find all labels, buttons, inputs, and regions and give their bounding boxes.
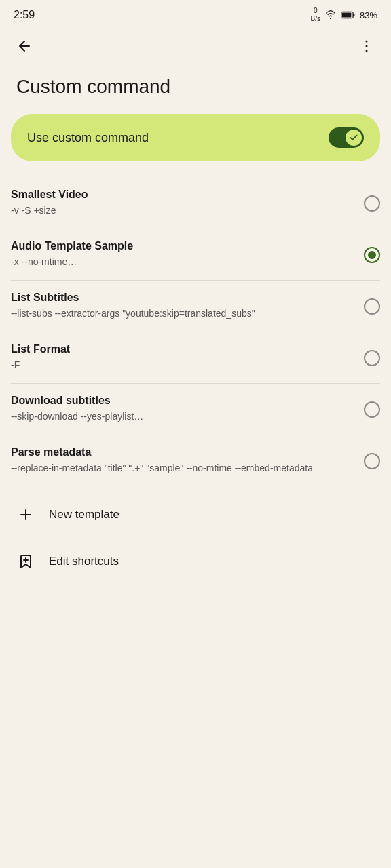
- template-name: Audio Template Sample: [11, 240, 333, 252]
- template-name: Parse metadata: [11, 446, 333, 458]
- radio-inner: [368, 251, 376, 259]
- action-section: New template Edit shortcuts: [0, 486, 391, 590]
- template-radio-area[interactable]: [356, 446, 380, 475]
- template-cmd: -x --no-mtime…: [11, 255, 333, 269]
- more-vertical-icon: [358, 38, 375, 54]
- back-arrow-icon: [16, 38, 33, 54]
- template-radio-area[interactable]: [356, 189, 380, 218]
- radio-circle: [364, 298, 380, 315]
- new-template-label: New template: [49, 508, 119, 521]
- template-item-list-subtitles[interactable]: List Subtitles --list-subs --extractor-a…: [11, 281, 380, 332]
- template-cmd: -F: [11, 358, 333, 372]
- status-bar: 2:59 0B/s 83%: [0, 0, 391, 27]
- template-item-download-subtitles[interactable]: Download subtitles --skip-download --yes…: [11, 384, 380, 435]
- radio-circle: [364, 401, 380, 418]
- wifi-icon: [324, 9, 337, 20]
- top-navigation: [0, 27, 391, 65]
- template-divider: [350, 292, 350, 321]
- template-content: Download subtitles --skip-download --yes…: [11, 395, 344, 424]
- template-divider: [350, 395, 350, 424]
- template-radio-area[interactable]: [356, 240, 380, 269]
- template-cmd: -v -S +size: [11, 203, 333, 218]
- toggle-label: Use custom command: [27, 131, 149, 145]
- template-item-smallest-video[interactable]: Smallest Video -v -S +size: [11, 178, 380, 229]
- toggle-thumb: [346, 130, 362, 146]
- status-data: 0B/s: [311, 7, 320, 23]
- template-name: List Format: [11, 343, 333, 355]
- template-content: List Subtitles --list-subs --extractor-a…: [11, 292, 344, 321]
- template-name: Download subtitles: [11, 395, 333, 407]
- use-custom-command-toggle-row[interactable]: Use custom command: [11, 114, 380, 161]
- template-name: Smallest Video: [11, 189, 333, 201]
- template-content: Parse metadata --replace-in-metadata "ti…: [11, 446, 344, 475]
- template-divider: [350, 343, 350, 372]
- toggle-switch[interactable]: [329, 127, 364, 148]
- svg-point-4: [366, 45, 368, 47]
- template-cmd: --list-subs --extractor-args "youtube:sk…: [11, 307, 333, 321]
- plus-icon: [16, 505, 35, 524]
- radio-circle-selected: [364, 247, 380, 263]
- svg-point-3: [366, 41, 368, 43]
- template-list: Smallest Video -v -S +size Audio Templat…: [0, 178, 391, 486]
- edit-shortcuts-row[interactable]: Edit shortcuts: [11, 538, 380, 585]
- page-title: Custom command: [0, 65, 391, 114]
- template-content: Smallest Video -v -S +size: [11, 189, 344, 218]
- radio-circle: [364, 195, 380, 212]
- template-cmd: --replace-in-metadata "title" ".+" "samp…: [11, 461, 333, 475]
- template-item-audio-template[interactable]: Audio Template Sample -x --no-mtime…: [11, 229, 380, 281]
- new-template-row[interactable]: New template: [11, 492, 380, 538]
- back-button[interactable]: [11, 33, 38, 60]
- template-cmd: --skip-download --yes-playlist…: [11, 410, 333, 424]
- svg-point-5: [366, 50, 368, 52]
- status-time: 2:59: [14, 9, 35, 21]
- template-radio-area[interactable]: [356, 343, 380, 372]
- edit-shortcuts-label: Edit shortcuts: [49, 555, 119, 568]
- bookmark-plus-icon: [16, 552, 35, 571]
- radio-circle: [364, 350, 380, 366]
- template-divider: [350, 446, 350, 475]
- template-item-list-format[interactable]: List Format -F: [11, 332, 380, 384]
- template-content: List Format -F: [11, 343, 344, 372]
- status-icons: 0B/s 83%: [311, 7, 377, 23]
- check-icon: [349, 133, 358, 142]
- more-options-button[interactable]: [353, 33, 380, 60]
- template-radio-area[interactable]: [356, 292, 380, 321]
- template-divider: [350, 240, 350, 269]
- template-radio-area[interactable]: [356, 395, 380, 424]
- svg-rect-1: [353, 14, 354, 17]
- template-item-parse-metadata[interactable]: Parse metadata --replace-in-metadata "ti…: [11, 435, 380, 486]
- battery-percent: 83%: [360, 10, 377, 20]
- svg-rect-2: [342, 12, 351, 17]
- template-name: List Subtitles: [11, 292, 333, 304]
- template-content: Audio Template Sample -x --no-mtime…: [11, 240, 344, 269]
- radio-circle: [364, 453, 380, 469]
- battery-icon: [341, 9, 356, 20]
- template-divider: [350, 189, 350, 218]
